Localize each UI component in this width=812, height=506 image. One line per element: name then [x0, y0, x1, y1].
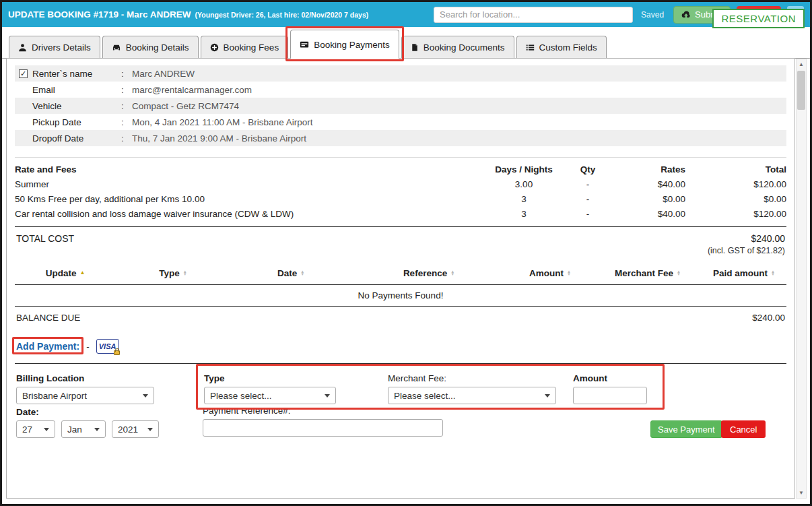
tab-custom-fields[interactable]: Custom Fields [516, 36, 607, 58]
vehicle-value: Compact - Getz RCM7474 [132, 101, 239, 111]
balance-due-row: BALANCE DUE $240.00 [15, 307, 786, 328]
rate-row: Summer 3.00 - $40.00 $120.00 [15, 177, 786, 191]
sort-icon: ▲▼ [300, 270, 304, 276]
payment-reference-input[interactable] [203, 419, 443, 437]
summary-row-vehicle: Vehicle : Compact - Getz RCM7474 [15, 98, 786, 114]
sort-icon: ▲▼ [450, 270, 454, 276]
summary-row-email: Email : marc@rentalcarmanager.com [15, 82, 786, 98]
tab-booking-fees[interactable]: Booking Fees [201, 36, 289, 58]
summary-label: Dropoff Date [19, 133, 121, 144]
column-amount[interactable]: Amount ▲▼ [506, 265, 594, 281]
email-value: marc@rentalcarmanager.com [132, 85, 252, 95]
tab-label: Booking Documents [424, 42, 505, 53]
window-header: UPDATE BOOKING #1719 - Marc ANDREW (Youn… [2, 2, 810, 27]
rates-header-days: Days / Nights [483, 164, 564, 175]
total-cost-value: $240.00 [751, 233, 785, 244]
tab-label: Custom Fields [539, 42, 597, 53]
visa-card-icon[interactable]: VISA [96, 339, 119, 354]
vertical-scrollbar[interactable]: ▲ ▼ [796, 59, 807, 499]
checkbox-checked-icon[interactable]: ✓ [19, 69, 28, 78]
amount-label: Amount [573, 373, 647, 383]
balance-due-label: BALANCE DUE [16, 313, 80, 323]
sort-icon: ▲▼ [183, 270, 187, 276]
column-date[interactable]: Date ▲▼ [230, 265, 351, 281]
dropoff-date-value: Thu, 7 Jan 2021 9:00 AM - Brisbane Airpo… [132, 133, 306, 144]
summary-label: Vehicle [19, 101, 121, 111]
scroll-down-icon[interactable]: ▼ [797, 488, 806, 498]
location-search-input[interactable] [434, 7, 633, 23]
renter-name-value: Marc ANDREW [132, 69, 195, 79]
rate-row: 50 Kms Free per day, additional per Kms … [15, 191, 786, 206]
list-icon [526, 43, 535, 52]
status-badge: RESERVATION [712, 9, 805, 28]
merchant-fee-select[interactable]: Please select... [388, 387, 556, 404]
type-label: Type [204, 373, 336, 383]
date-day-select[interactable]: 27 [16, 420, 55, 438]
chevron-down-icon [143, 394, 148, 398]
pickup-date-value: Mon, 4 Jan 2021 11:00 AM - Brisbane Airp… [132, 117, 312, 127]
tab-booking-documents[interactable]: Booking Documents [401, 36, 514, 58]
person-icon [18, 43, 27, 52]
total-cost-label: TOTAL COST [16, 233, 74, 244]
chevron-down-icon [325, 394, 330, 398]
billing-location-select[interactable]: Brisbane Airport [16, 387, 154, 404]
summary-label: Email [19, 85, 121, 95]
no-payments-message: No Payments Found! [15, 284, 786, 307]
summary-label: Renter`s name [32, 69, 92, 79]
save-payment-button[interactable]: Save Payment [650, 420, 722, 438]
window-title: UPDATE BOOKING #1719 - Marc ANDREW [8, 9, 191, 20]
payment-form: Billing Location Brisbane Airport Type P… [15, 364, 786, 453]
date-year-select[interactable]: 2021 [112, 420, 159, 438]
tab-booking-details[interactable]: Booking Details [102, 36, 199, 58]
payments-table-header: Update ▲ Type ▲▼ Date ▲▼ Reference ▲▼ Am… [15, 265, 786, 281]
column-reference[interactable]: Reference ▲▼ [351, 265, 506, 281]
padlock-icon [114, 350, 120, 355]
document-icon [411, 43, 419, 52]
date-month-select[interactable]: Jan [61, 420, 106, 438]
add-payment-row: Add Payment: - VISA [16, 338, 786, 355]
saved-status: Saved [641, 10, 664, 20]
column-type[interactable]: Type ▲▼ [116, 265, 230, 281]
car-icon [112, 42, 121, 52]
payment-type-select[interactable]: Please select... [204, 387, 336, 404]
cloud-upload-icon [681, 10, 691, 20]
form-cancel-button[interactable]: Cancel [721, 420, 766, 438]
tab-label: Booking Fees [224, 42, 279, 53]
update-booking-window: UPDATE BOOKING #1719 - Marc ANDREW (Youn… [0, 0, 812, 506]
chevron-down-icon [94, 428, 100, 431]
rate-row: Car rental collision and loss damage wai… [15, 206, 786, 221]
billing-location-label: Billing Location [16, 373, 154, 383]
tab-booking-payments[interactable]: Booking Payments [290, 30, 399, 59]
summary-row-dropoff: Dropoff Date : Thu, 7 Jan 2021 9:00 AM -… [15, 130, 786, 146]
chevron-down-icon [44, 428, 49, 431]
rates-header-rates: Rates [611, 164, 685, 175]
plus-circle-icon [210, 43, 219, 52]
payment-card-icon [300, 40, 309, 49]
column-merchant-fee[interactable]: Merchant Fee ▲▼ [594, 265, 702, 281]
amount-input[interactable] [573, 387, 647, 404]
add-payment-link[interactable]: Add Payment: [16, 341, 79, 352]
tab-drivers-details[interactable]: Drivers Details [9, 36, 100, 58]
total-cost-row: TOTAL COST $240.00 [15, 226, 786, 244]
chevron-down-icon [147, 428, 153, 431]
scrollbar-thumb[interactable] [797, 71, 805, 110]
tab-label: Booking Details [126, 42, 189, 53]
booking-payments-panel: ✓ Renter`s name : Marc ANDREW Email : ma… [6, 58, 795, 499]
balance-due-value: $240.00 [752, 313, 785, 323]
rates-section: Rate and Fees Days / Nights Qty Rates To… [15, 157, 786, 221]
tab-bar: Drivers Details Booking Details Booking … [2, 27, 810, 59]
rates-header-total: Total [685, 164, 786, 175]
tab-label: Booking Payments [314, 40, 390, 50]
column-paid-amount[interactable]: Paid amount ▲▼ [702, 265, 786, 281]
sort-icon: ▲▼ [677, 270, 681, 276]
sort-icon: ▲▼ [771, 270, 775, 276]
merchant-fee-label: Merchant Fee: [388, 373, 556, 383]
scroll-up-icon[interactable]: ▲ [797, 59, 806, 69]
tab-label: Drivers Details [32, 42, 91, 53]
rates-header-name: Rate and Fees [15, 164, 483, 175]
column-update[interactable]: Update ▲ [15, 265, 116, 281]
rates-header-qty: Qty [564, 164, 611, 175]
gst-note: (incl. GST of $21.82) [15, 244, 786, 255]
sort-asc-icon: ▲ [79, 270, 85, 276]
summary-label: Pickup Date [19, 117, 121, 127]
